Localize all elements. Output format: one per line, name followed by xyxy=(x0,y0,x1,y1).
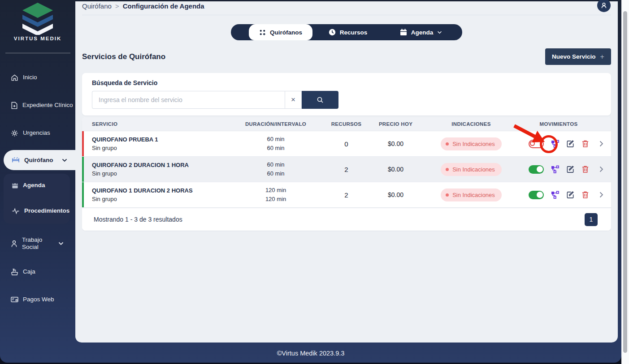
gear-icon xyxy=(11,129,18,137)
hierarchy-button[interactable] xyxy=(551,165,560,174)
tab-recursos[interactable]: Recursos xyxy=(312,24,383,40)
toggle-active-button[interactable] xyxy=(529,140,544,148)
column-header-precio: PRECIO HOY xyxy=(374,121,417,127)
service-group: Sin grupo xyxy=(92,170,233,177)
delete-button[interactable] xyxy=(581,140,589,148)
column-header-duracion: DURACIÓN/INTERVALO xyxy=(233,121,318,127)
breadcrumb: Quirófano > Configuración de Agenda xyxy=(82,2,204,10)
sidebar-item-pagos-web[interactable]: Pagos Web xyxy=(0,291,75,308)
sidebar-divider xyxy=(5,53,70,53)
sidebar-item-label: Procedimientos xyxy=(24,207,69,214)
calendar-icon xyxy=(400,29,407,36)
surgery-bed-icon xyxy=(12,157,20,164)
sidebar-item-trabajo-social[interactable]: Trabajo Social xyxy=(0,235,75,253)
service-resources: 0 xyxy=(318,140,374,148)
hierarchy-button[interactable] xyxy=(551,190,560,199)
clear-search-button[interactable]: × xyxy=(285,91,302,109)
hierarchy-icon xyxy=(551,165,560,174)
page-title: Servicios de Quirófano xyxy=(82,52,165,61)
hierarchy-icon xyxy=(551,190,560,199)
sidebar-item-inicio[interactable]: Inicio xyxy=(0,69,75,86)
delete-button[interactable] xyxy=(581,165,589,173)
tab-label: Quirófanos xyxy=(270,29,302,36)
toggle-active-button[interactable] xyxy=(529,191,544,199)
expand-row-button[interactable] xyxy=(599,166,603,172)
service-name: QUIROFANO PRUEBA 1 xyxy=(92,136,233,143)
sidebar-item-urgencias[interactable]: Urgencias xyxy=(0,124,75,142)
new-service-label: Nuevo Servicio xyxy=(552,53,596,60)
tab-label: Agenda xyxy=(411,29,434,36)
pagination-page-1-button[interactable]: 1 xyxy=(585,213,598,226)
home-icon xyxy=(11,74,18,81)
breadcrumb-parent[interactable]: Quirófano xyxy=(82,2,112,10)
column-header-recursos: RECURSOS xyxy=(318,121,374,127)
expand-row-button[interactable] xyxy=(599,141,603,147)
search-icon xyxy=(317,96,324,103)
table-header-row: SERVICIO DURACIÓN/INTERVALO RECURSOS PRE… xyxy=(82,117,611,131)
search-input[interactable] xyxy=(92,91,285,109)
delete-button[interactable] xyxy=(581,191,589,199)
sidebar-item-label: Agenda xyxy=(23,182,45,189)
sidebar-item-label: Inicio xyxy=(23,74,37,81)
edit-button[interactable] xyxy=(566,140,575,148)
service-name: QUIROFANO 1 DURACION 2 HORAS xyxy=(92,187,233,194)
table-row[interactable]: QUIROFANO 1 DURACION 2 HORAS Sin grupo 1… xyxy=(82,182,611,208)
indications-badge: Sin Indicaciones xyxy=(441,163,502,176)
hierarchy-button[interactable] xyxy=(551,139,560,148)
edit-button[interactable] xyxy=(566,165,575,174)
services-table: SERVICIO DURACIÓN/INTERVALO RECURSOS PRE… xyxy=(82,117,611,231)
header-divider xyxy=(82,15,611,15)
new-service-button[interactable]: Nuevo Servicio + xyxy=(545,48,611,65)
sidebar-item-expediente-clinico[interactable]: Expediente Clínico xyxy=(0,96,75,114)
chevron-down-icon xyxy=(437,31,442,34)
results-summary: Mostrando 1 - 3 de 3 resultados xyxy=(94,216,182,223)
search-button[interactable] xyxy=(302,91,338,109)
calendar-icon xyxy=(12,182,18,189)
tab-quirofanos[interactable]: Quirófanos xyxy=(249,24,312,40)
sidebar-item-agenda[interactable]: Agenda xyxy=(4,176,70,194)
column-header-indicaciones: INDICACIONES xyxy=(417,121,525,127)
hierarchy-icon xyxy=(551,139,560,148)
badge-dot-icon xyxy=(446,142,449,146)
person-icon xyxy=(11,240,17,248)
scrollbar-thumb[interactable] xyxy=(623,11,627,353)
badge-dot-icon xyxy=(446,168,449,171)
column-header-servicio: SERVICIO xyxy=(82,121,233,127)
service-price: $0.00 xyxy=(374,191,417,198)
service-group: Sin grupo xyxy=(92,145,233,151)
plus-icon: + xyxy=(600,53,604,61)
breadcrumb-separator: > xyxy=(115,2,119,10)
tab-agenda[interactable]: Agenda xyxy=(383,24,459,40)
sidebar-item-label: Caja xyxy=(23,268,35,275)
table-row[interactable]: QUIROFANO PRUEBA 1 Sin grupo 60 min 60 m… xyxy=(82,131,611,157)
service-name: QUIROFANO 2 DURACION 1 HORA xyxy=(92,162,233,168)
brand-name: VIRTUS MEDIK xyxy=(0,36,75,41)
status-stripe xyxy=(82,157,84,182)
indications-badge: Sin Indicaciones xyxy=(441,137,502,150)
toggle-active-button[interactable] xyxy=(529,165,544,174)
sidebar-item-label: Pagos Web xyxy=(23,296,54,303)
scrollbar[interactable] xyxy=(621,0,629,364)
expand-row-button[interactable] xyxy=(599,192,603,198)
edit-button[interactable] xyxy=(566,191,575,199)
clock-icon xyxy=(329,29,336,36)
sidebar-item-quirofano[interactable]: Quirófano xyxy=(4,150,75,170)
service-interval: 60 min xyxy=(233,144,318,153)
sidebar-item-caja[interactable]: Caja xyxy=(0,263,75,281)
service-resources: 2 xyxy=(318,166,374,173)
pulse-icon xyxy=(12,208,20,214)
table-row[interactable]: QUIROFANO 2 DURACION 1 HORA Sin grupo 60… xyxy=(82,157,611,182)
trash-icon xyxy=(581,191,589,199)
edit-icon xyxy=(566,191,575,199)
sidebar-item-procedimientos[interactable]: Procedimientos xyxy=(4,202,70,220)
chevron-down-icon xyxy=(62,158,67,162)
sidebar: VIRTUS MEDIK Inicio Expediente Clínico U… xyxy=(0,0,75,363)
quirofano-submenu: Agenda Procedimientos xyxy=(4,174,70,224)
search-row: × xyxy=(92,91,338,109)
service-interval: 120 min xyxy=(233,195,318,204)
user-avatar[interactable] xyxy=(597,0,611,12)
chevron-down-icon xyxy=(58,242,64,245)
edit-icon xyxy=(566,140,575,148)
breadcrumb-current: Configuración de Agenda xyxy=(123,2,204,10)
sidebar-item-label: Expediente Clínico xyxy=(22,102,73,109)
